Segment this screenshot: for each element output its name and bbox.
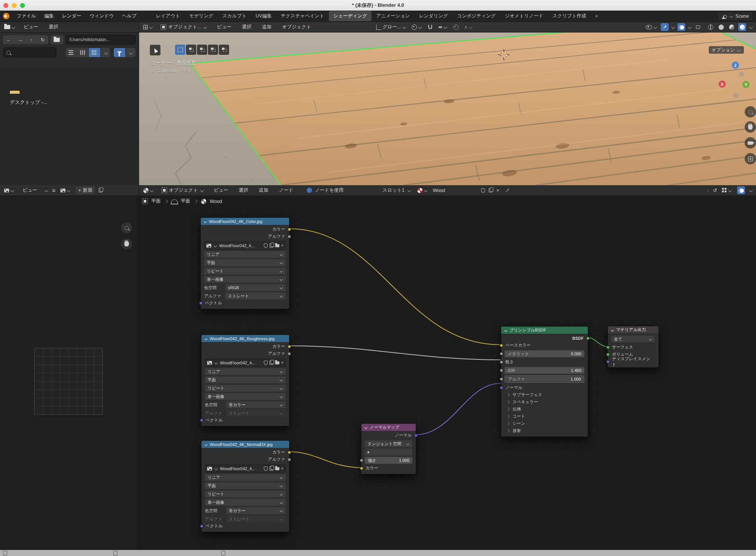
node-material-output[interactable]: マテリアル出力 全て サーフェス ボリューム ディスプレイスメント — [607, 326, 659, 368]
open-file-icon[interactable] — [275, 244, 279, 247]
collapse-icon[interactable] — [204, 220, 207, 223]
image-datablock-field[interactable]: WoodFloor042_4... × — [205, 359, 286, 367]
output-socket-alpha[interactable] — [288, 235, 291, 238]
create-directory-button[interactable]: + — [51, 35, 64, 44]
extension-select[interactable]: リピート — [204, 268, 286, 274]
tab-scripting[interactable]: スクリプト作成 — [548, 11, 591, 21]
axis-neg-ball-2[interactable] — [733, 93, 739, 98]
node-canvas[interactable]: 平面 平面 Wood WoodFloor042_4K_Co — [139, 196, 756, 550]
gizmos-toggle[interactable]: ↗ — [661, 23, 669, 31]
open-file-icon[interactable] — [275, 361, 279, 364]
gizmos-dropdown[interactable] — [671, 25, 675, 29]
overlays-toggle[interactable] — [677, 23, 685, 31]
extension-select[interactable]: リピート — [205, 385, 286, 392]
space-select[interactable]: タンジェント空間 — [365, 440, 412, 447]
axis-neg-ball[interactable] — [739, 71, 744, 77]
unlink-icon[interactable]: × — [281, 243, 284, 248]
tab-uv-editing[interactable]: UV編集 — [251, 11, 276, 21]
pan-control-button[interactable] — [121, 238, 132, 249]
shading-solid-button[interactable] — [717, 23, 725, 31]
material-name-field[interactable]: Wood — [433, 188, 477, 193]
parent-dir-button[interactable]: ↑ — [26, 35, 37, 44]
pin-icon[interactable]: ⤴ — [505, 187, 510, 193]
alpha-select[interactable]: ストレート — [226, 516, 286, 522]
filter-settings-dropdown[interactable] — [125, 48, 136, 57]
file-view-menu[interactable]: ビュー — [20, 22, 42, 32]
shader-type-selector[interactable]: オブジェクト — [159, 186, 207, 194]
display-thumbnails-button[interactable] — [88, 48, 100, 57]
viewport-object-menu[interactable]: オブジェクト — [279, 22, 314, 32]
fake-user-button[interactable] — [481, 188, 485, 193]
shading-wireframe-button[interactable] — [706, 23, 714, 31]
interpolation-select[interactable]: リニア — [205, 368, 286, 375]
transform-orientation-dropdown[interactable]: グロー... — [375, 23, 407, 31]
axis-y-ball[interactable]: Y — [742, 81, 750, 88]
node-header[interactable]: マテリアル出力 — [608, 326, 658, 333]
input-socket-base-color[interactable] — [500, 344, 503, 347]
editor-type-3d-viewport[interactable] — [142, 23, 154, 31]
filter-toggle-button[interactable] — [114, 48, 125, 57]
zoom-control-button[interactable] — [121, 222, 132, 234]
proportional-falloff-dropdown[interactable]: ∧ — [463, 23, 474, 31]
section-transmission[interactable]: 伝播 — [501, 406, 588, 413]
fake-user-icon[interactable] — [264, 466, 268, 471]
collapse-icon[interactable] — [504, 328, 507, 331]
colorspace-select[interactable]: 非カラー — [226, 401, 286, 408]
shader-overlays-dropdown[interactable] — [749, 189, 753, 192]
node-image-texture-roughness[interactable]: WoodFloor042_4K_Roughness.jpg カラー アルファ W… — [201, 335, 290, 426]
axis-z-ball[interactable]: Z — [732, 62, 739, 69]
node-header[interactable]: ノーマルマップ — [361, 424, 416, 431]
tab-animation[interactable]: アニメーション — [372, 11, 414, 21]
source-select[interactable]: 単一画像 — [204, 276, 286, 283]
image-view-menu[interactable]: ビュー — [19, 186, 40, 195]
back-button[interactable]: ← — [3, 35, 14, 44]
collapse-icon[interactable] — [204, 337, 208, 340]
input-socket-color[interactable] — [360, 466, 363, 470]
input-socket-metallic[interactable] — [500, 352, 503, 356]
input-socket-vector[interactable] — [199, 301, 203, 305]
display-size-dropdown[interactable] — [100, 48, 110, 57]
pivot-point-dropdown[interactable] — [411, 23, 423, 31]
visibility-dropdown[interactable] — [644, 23, 658, 31]
viewport-scene[interactable] — [139, 33, 756, 185]
node-header[interactable]: WoodFloor042_4K_Color.jpg — [201, 218, 289, 225]
editor-corner-handle[interactable] — [3, 551, 7, 556]
shading-material-button[interactable] — [728, 23, 736, 31]
overlays-dropdown[interactable] — [688, 25, 692, 29]
tab-rendering[interactable]: レンダリング — [414, 11, 452, 21]
input-socket-vector[interactable] — [200, 524, 203, 528]
xray-toggle[interactable] — [694, 23, 702, 31]
file-item-desktop[interactable]: デスクトップ -... — [10, 94, 47, 106]
projection-select[interactable]: 平面 — [204, 259, 286, 266]
refresh-button[interactable]: ↻ — [37, 35, 48, 44]
tab-texture-paint[interactable]: テクスチャペイント — [276, 11, 329, 21]
editor-type-file-browser[interactable] — [3, 23, 17, 31]
duplicate-icon[interactable] — [270, 243, 273, 248]
tab-sculpting[interactable]: スカルプト — [218, 11, 251, 21]
file-select-menu[interactable]: 選択 — [45, 22, 62, 32]
forward-button[interactable]: → — [14, 35, 26, 44]
input-socket-ior[interactable] — [500, 369, 503, 372]
scene-selector[interactable]: Scene — [717, 12, 753, 21]
display-list-horizontal-button[interactable] — [77, 48, 88, 57]
output-socket-alpha[interactable] — [288, 458, 291, 461]
node-image-texture-normaldx[interactable]: WoodFloor042_4K_NormalDX.jpg カラー アルファ Wo… — [201, 440, 290, 532]
auto-render-icon[interactable]: ↺ — [713, 188, 717, 193]
output-socket-color[interactable] — [288, 228, 291, 231]
image-datablock-field[interactable]: WoodFloor042_4... × — [205, 465, 286, 472]
shader-select-menu[interactable]: 選択 — [235, 186, 252, 195]
display-list-vertical-button[interactable] — [65, 48, 77, 57]
tool-select-box[interactable] — [175, 45, 185, 55]
target-select[interactable]: 全て — [611, 336, 655, 342]
node-normal-map[interactable]: ノーマルマップ ノーマル タンジェント空間 強さ 1.000 カラー — [361, 423, 416, 474]
node-image-texture-color[interactable]: WoodFloor042_4K_Color.jpg カラー アルファ WoodF… — [200, 217, 290, 309]
output-socket-bsdf[interactable] — [586, 336, 590, 340]
unlink-icon[interactable]: × — [281, 466, 284, 471]
output-socket-alpha[interactable] — [288, 352, 291, 355]
input-socket-strength[interactable] — [360, 459, 363, 462]
file-search-input[interactable] — [3, 48, 56, 57]
mode-selector[interactable]: オブジェクト... — [158, 23, 210, 31]
duplicate-icon[interactable] — [270, 466, 273, 471]
axis-x-ball[interactable]: X — [719, 81, 726, 88]
shader-add-menu[interactable]: 追加 — [256, 186, 272, 195]
